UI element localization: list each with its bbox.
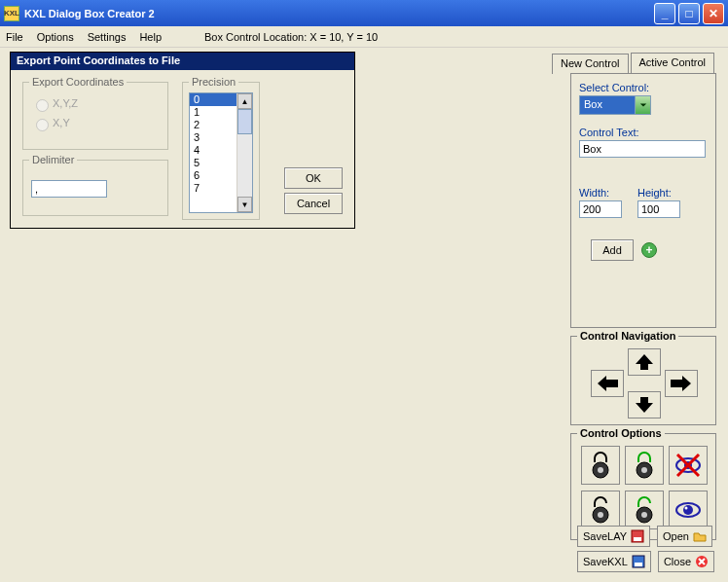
savelay-label: SaveLAY — [583, 530, 627, 542]
export-coordinates-group: Export Coordinates X,Y,Z X,Y — [22, 82, 168, 150]
lock-all-button[interactable] — [581, 446, 620, 485]
precision-item-4[interactable]: 4 — [190, 144, 237, 157]
export-dialog: Export Point Coordinates to File Export … — [10, 52, 355, 229]
delimiter-group: Delimiter — [22, 160, 168, 216]
new-control-panel: Select Control: Box Control Text: Width:… — [570, 73, 716, 328]
precision-scrollbar[interactable]: ▲ ▼ — [237, 93, 252, 212]
precision-item-1[interactable]: 1 — [190, 106, 237, 119]
precision-listbox[interactable]: 0 1 2 3 4 5 6 7 ▲ ▼ — [189, 92, 253, 213]
open-label: Open — [663, 530, 689, 542]
minimize-button[interactable]: _ — [654, 3, 675, 24]
close-window-button[interactable]: ✕ — [703, 3, 724, 24]
add-button[interactable]: Add — [591, 239, 634, 261]
control-navigation-legend: Control Navigation — [577, 330, 678, 342]
precision-group: Precision 0 1 2 3 4 5 6 7 ▲ ▼ — [182, 82, 260, 220]
svg-point-14 — [685, 507, 688, 510]
eye-icon — [673, 495, 703, 525]
scroll-thumb[interactable] — [237, 109, 252, 134]
dialog-title: Export Point Coordinates to File — [11, 53, 354, 70]
export-coordinates-legend: Export Coordinates — [29, 76, 127, 88]
control-options-legend: Control Options — [577, 427, 665, 439]
nav-left-button[interactable] — [591, 370, 624, 397]
app-icon: KXL — [4, 6, 19, 21]
plus-icon: + — [641, 242, 657, 258]
eye-crossed-icon — [673, 451, 703, 480]
workspace: Export Point Coordinates to File Export … — [0, 48, 728, 582]
width-input[interactable] — [579, 200, 622, 218]
menu-options[interactable]: Options — [37, 31, 74, 43]
window-titlebar: KXL KXL Dialog Box Creator 2 _ □ ✕ — [0, 0, 728, 26]
savelay-button[interactable]: SaveLAY — [577, 526, 650, 547]
nav-right-button[interactable] — [665, 370, 698, 397]
tab-active-control[interactable]: Active Control — [631, 53, 714, 74]
radio-xyz-label: X,Y,Z — [53, 97, 78, 109]
scroll-up-button[interactable]: ▲ — [237, 93, 252, 109]
width-label: Width: — [579, 187, 622, 199]
open-button[interactable]: Open — [657, 526, 712, 547]
svg-rect-16 — [634, 537, 641, 541]
precision-item-3[interactable]: 3 — [190, 131, 237, 144]
height-label: Height: — [637, 187, 680, 199]
maximize-button[interactable]: □ — [678, 3, 700, 24]
svg-rect-18 — [635, 563, 642, 566]
ok-button[interactable]: OK — [284, 167, 343, 189]
precision-items: 0 1 2 3 4 5 6 7 — [190, 93, 237, 212]
delimiter-legend: Delimiter — [29, 154, 77, 165]
control-location-status: Box Control Location: X = 10, Y = 10 — [204, 31, 378, 43]
lock-closed-icon — [586, 451, 615, 480]
lock-open-green-icon — [630, 495, 659, 525]
precision-legend: Precision — [189, 76, 238, 88]
hide-button[interactable] — [669, 446, 708, 485]
dropdown-arrow-icon[interactable] — [635, 96, 650, 114]
bottom-buttons: SaveLAY Open SaveKXL Close — [575, 524, 716, 574]
precision-item-5[interactable]: 5 — [190, 157, 237, 169]
tab-new-control[interactable]: New Control — [552, 54, 629, 74]
control-tabs: New Control Active Control — [552, 53, 716, 74]
cancel-button[interactable]: Cancel — [284, 193, 343, 214]
savekxl-label: SaveKXL — [583, 556, 628, 567]
radio-xyz[interactable]: X,Y,Z — [31, 96, 160, 112]
svg-point-3 — [641, 467, 647, 473]
select-control-value: Box — [580, 96, 635, 114]
nav-up-button[interactable] — [628, 348, 661, 376]
control-navigation-group: Control Navigation — [570, 336, 716, 425]
radio-xy[interactable]: X,Y — [31, 116, 160, 131]
lock-closed-green-icon — [630, 451, 659, 480]
delimiter-input[interactable] — [31, 180, 107, 198]
control-text-label: Control Text: — [579, 127, 708, 138]
select-control-dropdown[interactable]: Box — [579, 95, 651, 115]
radio-xy-label: X,Y — [53, 117, 70, 128]
menu-file[interactable]: File — [6, 31, 23, 43]
svg-point-1 — [598, 467, 603, 473]
close-button[interactable]: Close — [658, 551, 714, 572]
select-control-label: Select Control: — [579, 82, 708, 93]
precision-item-0[interactable]: 0 — [190, 93, 237, 106]
close-red-icon — [695, 555, 709, 568]
svg-point-11 — [641, 512, 647, 518]
nav-down-button[interactable] — [628, 391, 661, 418]
precision-item-6[interactable]: 6 — [190, 169, 237, 182]
svg-point-13 — [683, 505, 693, 515]
height-input[interactable] — [637, 200, 680, 218]
menu-help[interactable]: Help — [139, 31, 162, 43]
disk-blue-icon — [632, 555, 645, 568]
precision-item-2[interactable]: 2 — [190, 119, 237, 131]
lock-selected-button[interactable] — [625, 446, 664, 485]
disk-red-icon — [631, 529, 644, 543]
close-label: Close — [664, 556, 691, 567]
window-title: KXL Dialog Box Creator 2 — [24, 8, 654, 19]
folder-icon — [693, 529, 707, 543]
precision-item-7[interactable]: 7 — [190, 182, 237, 195]
scroll-down-button[interactable]: ▼ — [237, 197, 252, 212]
menu-settings[interactable]: Settings — [88, 31, 127, 43]
menubar: File Options Settings Help Box Control L… — [0, 26, 728, 48]
savekxl-button[interactable]: SaveKXL — [577, 551, 651, 572]
lock-open-icon — [586, 495, 615, 525]
svg-point-9 — [598, 512, 603, 518]
control-text-input[interactable] — [579, 140, 706, 158]
